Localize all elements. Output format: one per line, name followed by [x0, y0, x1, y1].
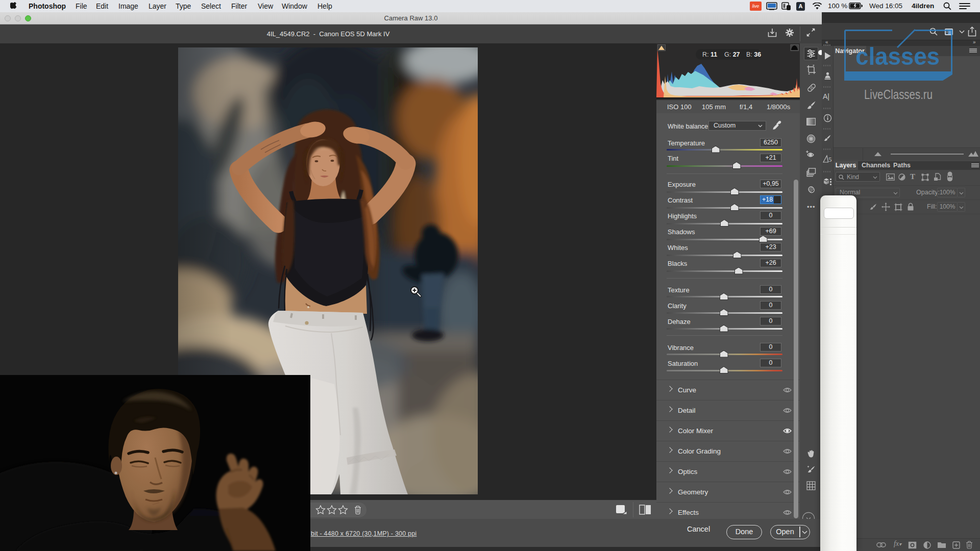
svg-text:B: 36: B: 36: [746, 51, 761, 58]
svg-text:5: 5: [828, 156, 832, 163]
svg-text:R: 11: R: 11: [702, 51, 717, 58]
svg-text:G: 27: G: 27: [724, 51, 740, 58]
